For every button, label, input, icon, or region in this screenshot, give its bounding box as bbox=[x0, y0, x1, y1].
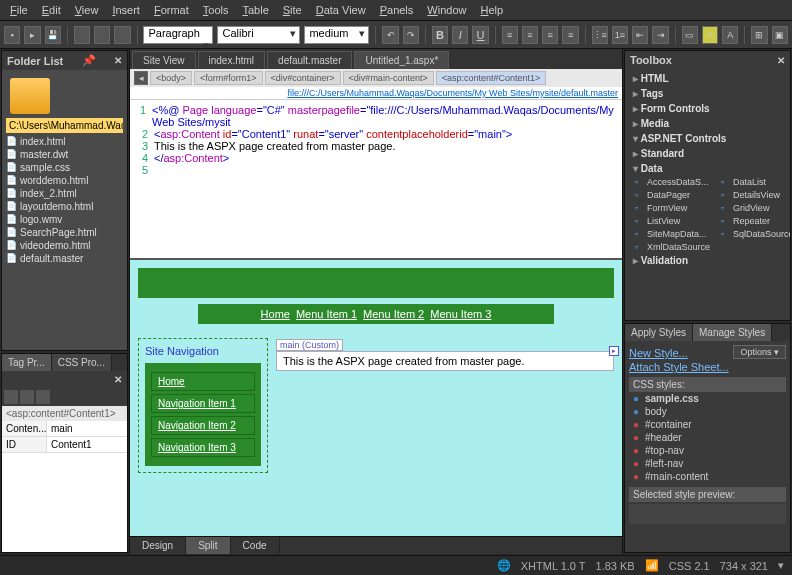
list-ul-button[interactable]: ⋮≡ bbox=[592, 26, 608, 44]
tag-tab[interactable]: Tag Pr... bbox=[2, 354, 52, 371]
tag-tab[interactable]: CSS Pro... bbox=[52, 354, 112, 371]
list-ol-button[interactable]: 1≡ bbox=[612, 26, 628, 44]
toolbox-item[interactable]: GridView bbox=[715, 202, 790, 214]
bc-nav-button[interactable]: ◂ bbox=[134, 71, 148, 85]
menu-help[interactable]: Help bbox=[474, 2, 509, 18]
document-tab[interactable]: default.master bbox=[267, 51, 352, 69]
file-item[interactable]: index.html bbox=[6, 135, 123, 148]
toolbox-item[interactable]: AccessDataS... bbox=[629, 176, 714, 188]
file-item[interactable]: SearchPage.html bbox=[6, 226, 123, 239]
close-icon[interactable]: ✕ bbox=[114, 374, 122, 385]
breadcrumb-item[interactable]: <div#container> bbox=[265, 71, 341, 85]
design-view[interactable]: HomeMenu Item 1Menu Item 2Menu Item 3 Si… bbox=[130, 260, 622, 536]
css-rule[interactable]: #top-nav bbox=[629, 444, 786, 457]
property-grid[interactable]: Conten...mainIDContent1 bbox=[2, 421, 127, 552]
indent-button[interactable]: ⇥ bbox=[652, 26, 668, 44]
toolbox-item[interactable]: XmlDataSource bbox=[629, 241, 714, 253]
image-button[interactable]: ▣ bbox=[772, 26, 788, 44]
file-item[interactable]: index_2.html bbox=[6, 187, 123, 200]
options-button[interactable]: Options ▾ bbox=[733, 345, 786, 359]
toolbox-asp-header[interactable]: ASP.NET Controls bbox=[629, 131, 786, 146]
align-center-button[interactable]: ≡ bbox=[522, 26, 538, 44]
toolbox-body[interactable]: HTMLTagsForm ControlsMediaASP.NET Contro… bbox=[625, 69, 790, 320]
size-select[interactable]: medium bbox=[304, 26, 369, 44]
toolbox-item[interactable]: SiteMapData... bbox=[629, 228, 714, 240]
file-path[interactable]: file:///C:/Users/Muhammad.Waqas/Document… bbox=[130, 87, 622, 100]
tag-tool-c[interactable] bbox=[36, 390, 50, 404]
menu-view[interactable]: View bbox=[69, 2, 105, 18]
menu-site[interactable]: Site bbox=[277, 2, 308, 18]
css-rule[interactable]: #header bbox=[629, 431, 786, 444]
view-tab-split[interactable]: Split bbox=[186, 537, 230, 554]
tool-a[interactable] bbox=[74, 26, 90, 44]
menu-tools[interactable]: Tools bbox=[197, 2, 235, 18]
toolbox-group[interactable]: Standard bbox=[629, 146, 786, 161]
css-rule[interactable]: #container bbox=[629, 418, 786, 431]
pin-icon[interactable]: 📌 bbox=[82, 54, 96, 67]
view-tab-design[interactable]: Design bbox=[130, 537, 186, 554]
toolbox-item[interactable]: Repeater bbox=[715, 215, 790, 227]
menu-window[interactable]: Window bbox=[421, 2, 472, 18]
toolbox-item[interactable]: ListView bbox=[629, 215, 714, 227]
site-folder-icon[interactable] bbox=[10, 78, 50, 114]
align-left-button[interactable]: ≡ bbox=[502, 26, 518, 44]
menu-table[interactable]: Table bbox=[236, 2, 274, 18]
underline-button[interactable]: U bbox=[472, 26, 488, 44]
folder-root[interactable]: C:\Users\Muhammad.Waqas\Do bbox=[6, 118, 123, 133]
breadcrumb-item[interactable]: <asp:content#Content1> bbox=[436, 71, 547, 85]
toolbox-group[interactable]: Data bbox=[629, 161, 786, 176]
stylesheet-node[interactable]: sample.css bbox=[629, 392, 786, 405]
tag-tool-b[interactable] bbox=[20, 390, 34, 404]
code-editor[interactable]: 1<%@ Page language="C#" masterpagefile="… bbox=[130, 100, 622, 260]
file-item[interactable]: worddemo.html bbox=[6, 174, 123, 187]
document-tab[interactable]: Site View bbox=[132, 51, 196, 69]
file-item[interactable]: logo.wmv bbox=[6, 213, 123, 226]
toolbox-item[interactable]: DataList bbox=[715, 176, 790, 188]
save-button[interactable]: 💾 bbox=[45, 26, 61, 44]
toolbox-group[interactable]: HTML bbox=[629, 71, 786, 86]
tool-c[interactable] bbox=[114, 26, 130, 44]
toolbox-item[interactable]: DataPager bbox=[629, 189, 714, 201]
file-item[interactable]: videodemo.html bbox=[6, 239, 123, 252]
menu-file[interactable]: File bbox=[4, 2, 34, 18]
document-tab[interactable]: Untitled_1.aspx* bbox=[354, 51, 449, 69]
status-doctype[interactable]: XHTML 1.0 T bbox=[521, 560, 586, 572]
status-css[interactable]: CSS 2.1 bbox=[669, 560, 710, 572]
css-rule[interactable]: #main-content bbox=[629, 470, 786, 483]
toolbox-item[interactable]: DetailsView bbox=[715, 189, 790, 201]
document-tab[interactable]: index.html bbox=[198, 51, 266, 69]
redo-button[interactable]: ↷ bbox=[403, 26, 419, 44]
toolbox-group[interactable]: Validation bbox=[629, 253, 786, 268]
menu-insert[interactable]: Insert bbox=[106, 2, 146, 18]
attach-stylesheet-link[interactable]: Attach Style Sheet... bbox=[629, 361, 786, 373]
align-right-button[interactable]: ≡ bbox=[542, 26, 558, 44]
font-color-button[interactable]: A bbox=[722, 26, 738, 44]
toolbox-item[interactable]: SqlDataSource bbox=[715, 228, 790, 240]
tool-b[interactable] bbox=[94, 26, 110, 44]
content-placeholder[interactable]: This is the ASPX page created from maste… bbox=[276, 351, 614, 371]
bold-button[interactable]: B bbox=[432, 26, 448, 44]
menu-panels[interactable]: Panels bbox=[374, 2, 420, 18]
file-item[interactable]: default.master bbox=[6, 252, 123, 265]
toolbox-group[interactable]: Tags bbox=[629, 86, 786, 101]
styles-tab[interactable]: Apply Styles bbox=[625, 324, 693, 341]
menu-data-view[interactable]: Data View bbox=[310, 2, 372, 18]
undo-button[interactable]: ↶ bbox=[382, 26, 398, 44]
breadcrumb-item[interactable]: <form#form1> bbox=[194, 71, 263, 85]
breadcrumb-item[interactable]: <div#main-content> bbox=[343, 71, 434, 85]
open-button[interactable]: ▸ bbox=[24, 26, 40, 44]
styles-tab[interactable]: Manage Styles bbox=[693, 324, 772, 341]
outdent-button[interactable]: ⇤ bbox=[632, 26, 648, 44]
css-rule[interactable]: #left-nav bbox=[629, 457, 786, 470]
toolbox-group[interactable]: Form Controls bbox=[629, 101, 786, 116]
style-select[interactable]: Paragraph bbox=[143, 26, 213, 44]
menu-edit[interactable]: Edit bbox=[36, 2, 67, 18]
view-tab-code[interactable]: Code bbox=[231, 537, 280, 554]
toolbox-group[interactable]: Media bbox=[629, 116, 786, 131]
close-icon[interactable]: ✕ bbox=[114, 55, 122, 66]
highlight-button[interactable]: A bbox=[702, 26, 718, 44]
new-button[interactable]: ▪ bbox=[4, 26, 20, 44]
font-select[interactable]: Calibri bbox=[217, 26, 300, 44]
italic-button[interactable]: I bbox=[452, 26, 468, 44]
tag-tool-a[interactable] bbox=[4, 390, 18, 404]
